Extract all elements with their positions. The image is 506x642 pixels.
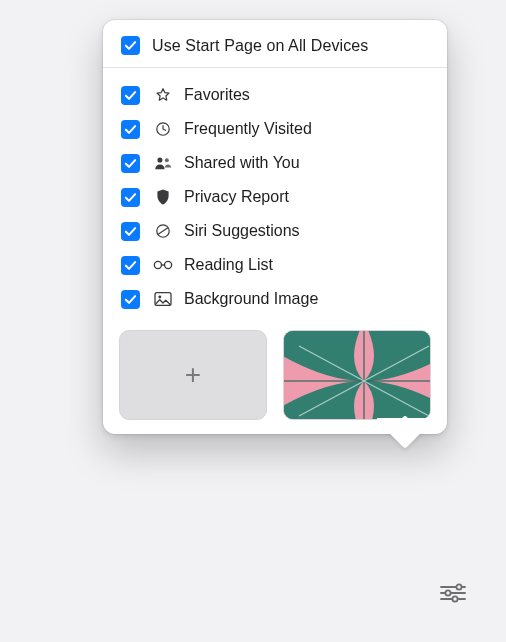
option-privacy-report: Privacy Report xyxy=(121,180,429,214)
reading-list-checkbox[interactable] xyxy=(121,256,140,275)
svg-point-7 xyxy=(158,296,161,299)
svg-point-4 xyxy=(154,261,161,268)
option-shared-with-you: Shared with You xyxy=(121,146,429,180)
option-frequently-visited: Frequently Visited xyxy=(121,112,429,146)
background-preview-thumbnail[interactable] xyxy=(283,330,431,420)
svg-point-5 xyxy=(165,261,172,268)
siri-icon xyxy=(152,220,174,242)
svg-point-14 xyxy=(452,596,457,601)
sync-all-devices-label: Use Start Page on All Devices xyxy=(152,37,368,55)
sync-all-devices-checkbox[interactable] xyxy=(121,36,140,55)
siri-suggestions-checkbox[interactable] xyxy=(121,222,140,241)
shield-icon xyxy=(152,186,174,208)
privacy-report-checkbox[interactable] xyxy=(121,188,140,207)
people-icon xyxy=(152,152,174,174)
background-thumbnails: + xyxy=(103,320,447,420)
svg-point-1 xyxy=(157,157,162,162)
option-siri-suggestions: Siri Suggestions xyxy=(121,214,429,248)
svg-point-12 xyxy=(445,590,450,595)
frequently-visited-checkbox[interactable] xyxy=(121,120,140,139)
background-image-checkbox[interactable] xyxy=(121,290,140,309)
favorites-checkbox[interactable] xyxy=(121,86,140,105)
star-outline-icon xyxy=(152,84,174,106)
image-icon xyxy=(152,288,174,310)
sliders-icon xyxy=(439,582,467,604)
option-background-image: Background Image xyxy=(121,282,429,316)
header-row: Use Start Page on All Devices xyxy=(103,20,447,68)
option-label: Siri Suggestions xyxy=(184,222,300,240)
plus-icon: + xyxy=(185,359,201,391)
start-page-settings-popover: Use Start Page on All Devices Favorites … xyxy=(103,20,447,434)
option-label: Reading List xyxy=(184,256,273,274)
option-label: Favorites xyxy=(184,86,250,104)
page-settings-button[interactable] xyxy=(436,580,470,606)
options-list: Favorites Frequently Visited Shared with… xyxy=(103,68,447,320)
svg-point-10 xyxy=(456,584,461,589)
clock-icon xyxy=(152,118,174,140)
glasses-icon xyxy=(152,254,174,276)
option-label: Shared with You xyxy=(184,154,300,172)
add-background-button[interactable]: + xyxy=(119,330,267,420)
option-label: Frequently Visited xyxy=(184,120,312,138)
option-label: Privacy Report xyxy=(184,188,289,206)
option-reading-list: Reading List xyxy=(121,248,429,282)
shared-with-you-checkbox[interactable] xyxy=(121,154,140,173)
option-favorites: Favorites xyxy=(121,78,429,112)
svg-point-2 xyxy=(165,158,169,162)
option-label: Background Image xyxy=(184,290,318,308)
